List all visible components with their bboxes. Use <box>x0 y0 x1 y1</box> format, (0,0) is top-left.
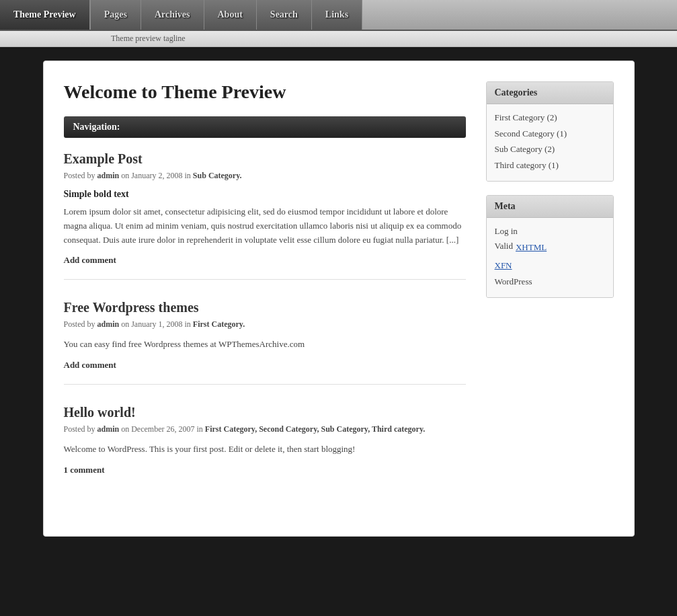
nav-search[interactable]: Search <box>257 0 312 30</box>
post-meta-2: Posted by admin on January 1, 2008 in Fi… <box>64 319 466 330</box>
post-meta-1: Posted by admin on January 2, 2008 in Su… <box>64 171 466 181</box>
post-body-2: You can easy find free Wordpress themes … <box>64 338 466 352</box>
category-link-1[interactable]: First Category (2) <box>495 111 605 124</box>
meta-widget: Meta Log in Valid XHTML XFN WordPress <box>486 195 614 298</box>
meta-xfn[interactable]: XFN <box>495 259 605 272</box>
meta-title: Meta <box>487 196 613 218</box>
tagline: Theme preview tagline <box>0 31 677 47</box>
post-wordpress-themes: Free Wordpress themes Posted by admin on… <box>64 300 466 385</box>
meta-login[interactable]: Log in <box>495 225 605 238</box>
post-example: Example Post Posted by admin on January … <box>64 151 466 280</box>
post-category-2[interactable]: First Category. <box>193 319 245 329</box>
comment-count-3: 1 comment <box>64 465 105 475</box>
post-hello-world: Hello world! Posted by admin on December… <box>64 405 466 489</box>
categories-widget: Categories First Category (2) Second Cat… <box>486 81 614 182</box>
post-author-2[interactable]: admin <box>97 319 120 329</box>
nav-theme-preview[interactable]: Theme Preview <box>0 0 91 30</box>
meta-valid-xhtml: Valid XHTML <box>495 241 605 257</box>
post-title-3: Hello world! <box>64 405 466 420</box>
meta-xhtml-link[interactable]: XHTML <box>516 241 547 254</box>
nav-links[interactable]: Links <box>312 0 362 30</box>
meta-wordpress[interactable]: WordPress <box>495 275 605 288</box>
categories-title: Categories <box>487 82 613 104</box>
nav-about[interactable]: About <box>204 0 257 30</box>
post-title-2: Free Wordpress themes <box>64 300 466 315</box>
post-title-1: Example Post <box>64 151 466 167</box>
post-meta-3: Posted by admin on December 26, 2007 in … <box>64 424 466 434</box>
navigation-bar: Theme Preview Pages Archives About Searc… <box>0 0 677 31</box>
category-link-4[interactable]: Third category (1) <box>495 159 605 172</box>
nav-archives[interactable]: Archives <box>141 0 204 30</box>
meta-content: Log in Valid XHTML XFN WordPress <box>487 218 613 297</box>
navigation-label: Navigation: <box>64 116 466 138</box>
post-author-3[interactable]: admin <box>97 424 120 434</box>
post-category-1[interactable]: Sub Category. <box>193 171 242 180</box>
category-link-3[interactable]: Sub Category (2) <box>495 143 605 156</box>
page-title: Welcome to Theme Preview <box>64 81 466 103</box>
page-wrapper: Welcome to Theme Preview Navigation: Exa… <box>43 61 635 537</box>
post-body-1: Lorem ipsum dolor sit amet, consectetur … <box>64 205 466 247</box>
post-body-3: Welcome to WordPress. This is your first… <box>64 442 466 457</box>
nav-pages[interactable]: Pages <box>91 0 141 30</box>
add-comment-1[interactable]: Add comment <box>64 255 116 265</box>
post-bold-1: Simple bold text <box>64 189 466 200</box>
post-author-1[interactable]: admin <box>97 171 120 180</box>
add-comment-2[interactable]: Add comment <box>64 360 116 370</box>
categories-content: First Category (2) Second Category (1) S… <box>487 104 613 181</box>
main-content: Welcome to Theme Preview Navigation: Exa… <box>64 81 466 509</box>
category-link-2[interactable]: Second Category (1) <box>495 127 605 141</box>
post-category-3[interactable]: First Category, Second Category, Sub Cat… <box>205 424 425 434</box>
sidebar: Categories First Category (2) Second Cat… <box>486 81 614 509</box>
